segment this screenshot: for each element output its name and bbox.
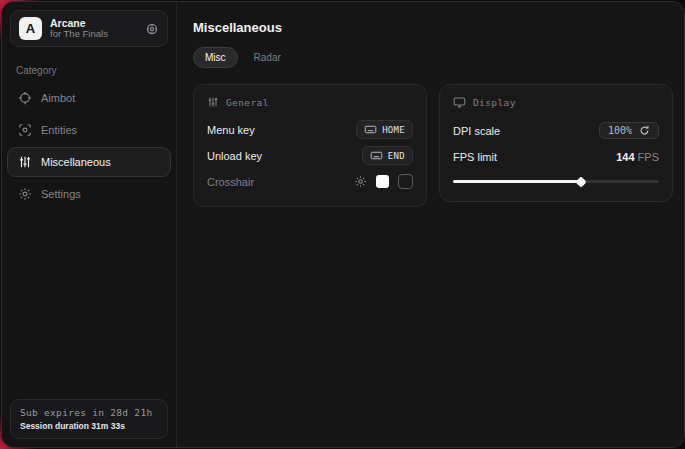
crosshair-settings-gear-icon[interactable] [354,175,367,188]
cards-row: General Menu key HOME [193,84,673,207]
session-duration-text: Session duration 31m 33s [20,421,158,431]
tab-radar[interactable]: Radar [242,47,293,68]
tab-misc[interactable]: Misc [193,47,238,68]
crosshair-controls [354,174,413,189]
sidebar: A Arcane for The Finals Category [2,2,177,447]
refresh-icon[interactable] [639,125,650,136]
dpi-scale-label: DPI scale [453,125,500,137]
app-titles: Arcane for The Finals [50,17,137,40]
display-card-title: Display [473,97,516,108]
general-card-title: General [226,97,269,108]
fps-limit-value: 144 FPS [616,151,659,163]
crosshair-label: Crosshair [207,176,254,188]
crosshair-color-swatch[interactable] [376,175,389,188]
slider-fill [453,180,581,183]
sidebar-item-settings[interactable]: Settings [7,179,171,209]
sidebar-item-miscellaneous[interactable]: Miscellaneous [7,147,171,177]
display-card: Display DPI scale 100% [439,84,673,202]
dpi-scale-control[interactable]: 100% [599,122,659,139]
crosshair-icon [17,91,32,105]
crosshair-row: Crosshair [207,170,413,193]
fps-number: 144 [616,151,634,163]
dpi-scale-row: DPI scale 100% [453,119,659,142]
app-subtitle: for The Finals [50,29,137,40]
sidebar-item-label: Miscellaneous [41,156,111,168]
tab-bar: Misc Radar [193,47,673,68]
app-window: A Arcane for The Finals Category [1,1,685,448]
dpi-scale-value: 100% [608,125,632,136]
menu-key-label: Menu key [207,124,255,136]
sidebar-item-entities[interactable]: Entities [7,115,171,145]
fps-unit: FPS [635,151,659,163]
menu-key-value: HOME [382,125,405,135]
monitor-icon [453,96,466,109]
keyboard-icon [364,123,377,136]
sliders-icon [207,96,219,108]
sidebar-item-aimbot[interactable]: Aimbot [7,83,171,113]
general-card-header: General [207,96,413,108]
sidebar-nav: Aimbot Entities Miscella [2,82,176,210]
slider-thumb[interactable] [575,176,586,187]
crosshair-toggle-checkbox[interactable] [398,174,413,189]
sidebar-item-label: Entities [41,124,77,136]
gear-icon [17,187,32,201]
main-panel: Miscellaneous Misc Radar General [177,2,685,447]
fps-limit-slider[interactable] [453,174,659,188]
app-logo: A [19,17,42,40]
unload-key-label: Unload key [207,150,262,162]
display-card-header: Display [453,96,659,109]
unload-key-row: Unload key END [207,144,413,167]
unload-key-value: END [388,151,405,161]
general-card: General Menu key HOME [193,84,427,207]
scan-icon [17,123,32,137]
keyboard-icon [370,149,383,162]
page-title: Miscellaneous [193,20,673,35]
fps-limit-row: FPS limit 144 FPS [453,145,659,168]
sliders-icon [17,155,32,169]
fps-limit-label: FPS limit [453,151,497,163]
menu-key-row: Menu key HOME [207,118,413,141]
unload-key-bind-button[interactable]: END [362,146,413,165]
category-label: Category [2,55,176,82]
menu-key-bind-button[interactable]: HOME [356,120,413,139]
sync-icon[interactable] [145,22,159,36]
sidebar-item-label: Aimbot [41,92,75,104]
subscription-info-card: Sub expires in 28d 21h Session duration … [10,399,168,439]
sidebar-item-label: Settings [41,188,81,200]
sub-expires-text: Sub expires in 28d 21h [20,407,158,418]
app-header-card: A Arcane for The Finals [10,10,168,47]
